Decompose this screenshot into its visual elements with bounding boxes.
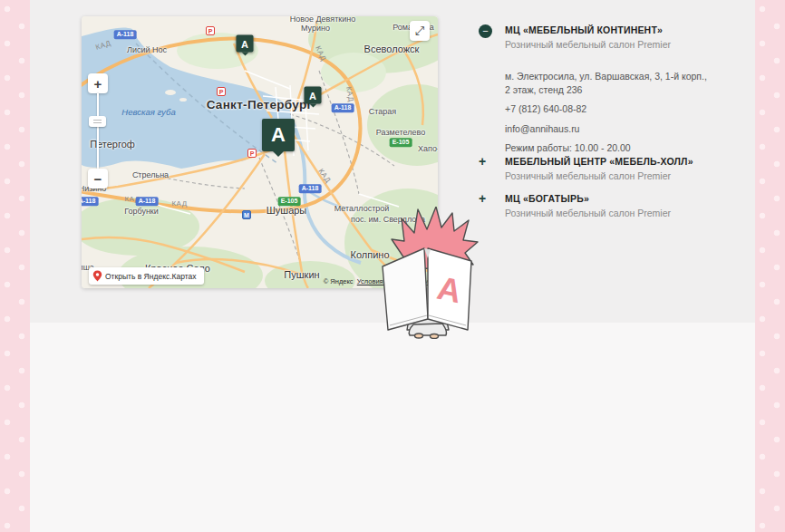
pink-dotted-border-right: [755, 0, 785, 532]
collapse-minus-icon[interactable]: −: [479, 24, 505, 50]
location-title: МЦ «МЕБЕЛЬНЫЙ КОНТИНЕНТ»: [505, 24, 671, 35]
map-zoom-out-button[interactable]: −: [88, 169, 108, 189]
map-pin-icon: [92, 270, 102, 282]
road-shield: Е-105: [390, 138, 412, 147]
location-subtitle: Розничный мебельный салон Premier: [505, 39, 671, 50]
location-hours: Режим работы: 10.00 - 20.00: [505, 141, 708, 155]
map-zoom-in-button[interactable]: +: [88, 73, 108, 93]
open-in-yandex-maps-button[interactable]: Открыть в Яндекс.Картах: [89, 267, 204, 285]
marker-letter: A: [241, 38, 248, 49]
parking-icon: P: [217, 87, 226, 96]
expand-plus-icon[interactable]: +: [479, 156, 505, 181]
road-shield: А-118: [82, 197, 98, 206]
location-subtitle: Розничный мебельный салон Premier: [505, 208, 671, 218]
location-details: м. Электросила, ул. Варшавская, 3, 1-й к…: [505, 70, 708, 155]
location-item-mebelny-kontinent: − МЦ «МЕБЕЛЬНЫЙ КОНТИНЕНТ» Розничный меб…: [479, 24, 714, 160]
location-item-mebel-holl: + МЕБЕЛЬНЫЙ ЦЕНТР «МЕБЕЛЬ-ХОЛЛ» Розничны…: [479, 156, 714, 181]
store-map-marker[interactable]: A: [237, 35, 254, 53]
contact-form-section: Свяжитесь с нами Ваше имя * Город * Текс…: [0, 323, 785, 532]
accordion-header[interactable]: + МЦ «БОГАТЫРЬ» Розничный мебельный сало…: [479, 193, 714, 218]
location-email: info@annihaus.ru: [505, 122, 708, 136]
expand-icon: ⤢: [415, 24, 424, 38]
marker-letter: A: [309, 90, 316, 101]
road-shield: А-118: [332, 103, 354, 112]
road-shield: А-118: [114, 30, 137, 39]
location-address: м. Электросила, ул. Варшавская, 3, 1-й к…: [505, 70, 708, 97]
mascot-illustration: A: [377, 207, 479, 339]
map-fullscreen-button[interactable]: ⤢: [410, 21, 430, 41]
accordion-header[interactable]: − МЦ «МЕБЕЛЬНЫЙ КОНТИНЕНТ» Розничный меб…: [479, 24, 714, 50]
open-maps-label: Открыть в Яндекс.Картах: [105, 272, 197, 281]
parking-icon: P: [247, 149, 257, 158]
road-shield: А-118: [299, 184, 322, 193]
copyright-label: © Яндекс: [324, 277, 354, 285]
map-zoom-slider-handle[interactable]: [89, 116, 106, 127]
location-phone: +7 (812) 640-08-82: [505, 102, 708, 116]
road-shield: Е-105: [278, 197, 301, 206]
store-map-marker[interactable]: A: [305, 87, 322, 104]
marker-letter: A: [271, 123, 286, 147]
location-title: МЦ «БОГАТЫРЬ»: [505, 193, 671, 204]
location-item-bogatyr: + МЦ «БОГАТЫРЬ» Розничный мебельный сало…: [479, 193, 714, 218]
location-subtitle: Розничный мебельный салон Premier: [505, 170, 693, 181]
store-map-marker[interactable]: A: [262, 119, 295, 151]
expand-plus-icon[interactable]: +: [479, 193, 505, 218]
accordion-header[interactable]: + МЕБЕЛЬНЫЙ ЦЕНТР «МЕБЕЛЬ-ХОЛЛ» Розничны…: [479, 156, 714, 181]
parking-icon: P: [206, 26, 215, 35]
map-zoom-track: [97, 93, 99, 170]
pink-dotted-border-left: [0, 0, 30, 532]
grip-icon: [93, 120, 102, 123]
road-shield: А-118: [136, 197, 159, 206]
location-title: МЕБЕЛЬНЫЙ ЦЕНТР «МЕБЕЛЬ-ХОЛЛ»: [505, 156, 693, 167]
transport-icon: M: [242, 210, 251, 219]
